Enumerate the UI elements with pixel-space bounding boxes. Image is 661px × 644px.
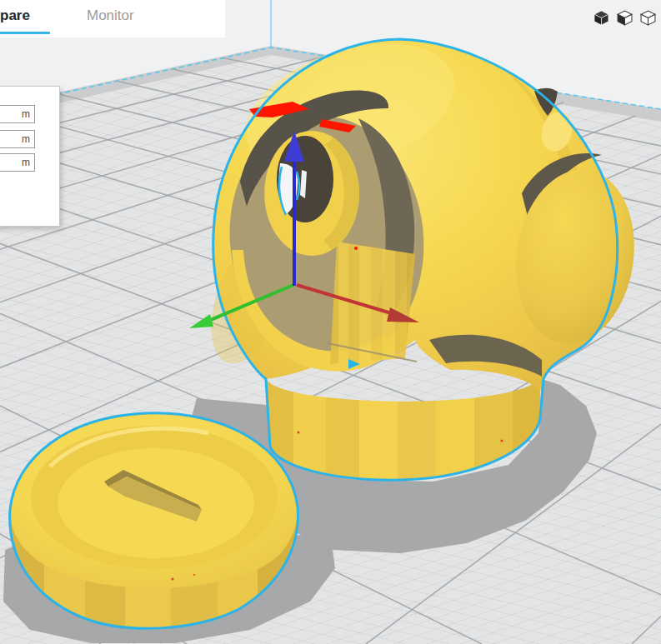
move-x-input[interactable]: m [0,105,35,123]
xray-view-icon[interactable] [617,10,633,26]
move-z-input[interactable]: m [0,153,35,172]
cura-prepare-screen: { "header": { "tabs": [ { "label": "pare… [0,0,661,644]
stage-menu-bar: pare Monitor [0,0,225,37]
layer-view-icon[interactable] [640,10,656,26]
active-tab-underline [0,32,50,34]
view-mode-icons [593,7,660,28]
model-cap[interactable] [10,413,298,629]
move-y-input[interactable]: m [0,130,35,148]
solid-view-icon[interactable] [593,10,609,26]
tab-monitor[interactable]: Monitor [87,7,134,24]
scene-3d-view [0,0,661,644]
move-tool-panel: m m m [0,86,60,227]
tab-prepare[interactable]: pare [0,7,30,24]
green-arrowhead [189,314,213,328]
